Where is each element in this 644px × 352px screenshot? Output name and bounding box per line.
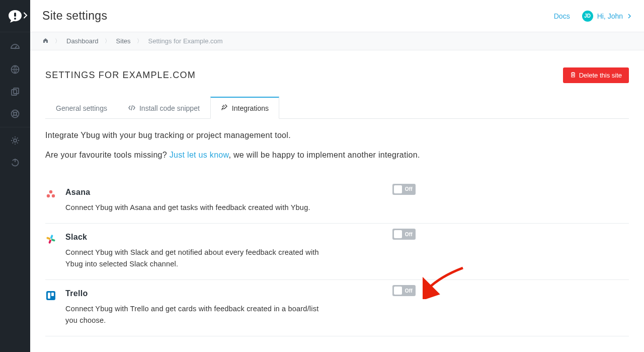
asana-icon <box>45 188 65 213</box>
user-menu[interactable]: JD Hi, John <box>582 11 632 22</box>
svg-rect-21 <box>46 237 51 240</box>
trash-icon <box>570 72 576 79</box>
page-title: Site settings <box>42 9 107 23</box>
sidebar-item-sites[interactable] <box>0 58 30 81</box>
tab-label: Install code snippet <box>139 104 200 112</box>
svg-point-16 <box>49 190 52 193</box>
plug-icon <box>221 104 228 112</box>
svg-point-1 <box>14 18 16 20</box>
logo-bubble-icon <box>8 9 23 23</box>
svg-rect-25 <box>51 293 54 296</box>
integration-desc: Connect Ybug with Slack and get notified… <box>65 247 327 269</box>
tab-label: General settings <box>56 104 107 112</box>
svg-rect-0 <box>14 13 16 17</box>
home-icon[interactable] <box>42 37 49 45</box>
tab-general[interactable]: General settings <box>45 97 118 119</box>
integration-desc: Connect Ybug with Asana and get tasks wi… <box>65 202 327 213</box>
card-title: SETTINGS FOR EXAMPLE.COM <box>45 70 196 81</box>
sidebar <box>0 0 30 352</box>
crumb-dashboard[interactable]: Dashboard <box>66 37 99 45</box>
intro-text-2: Are your favourite tools missing? Just l… <box>45 149 428 162</box>
header: Site settings Docs JD Hi, John <box>30 0 644 32</box>
svg-rect-24 <box>48 293 50 299</box>
integration-row-asana: Asana Connect Ybug with Asana and get ta… <box>45 179 629 224</box>
integration-row-trello: Trello Connect Ybug with Trello and get … <box>45 280 629 336</box>
avatar: JD <box>582 11 593 22</box>
integration-desc: Connect Ybug with Trello and get cards w… <box>65 303 327 326</box>
chevron-right-icon: 〉 <box>55 37 60 45</box>
svg-rect-19 <box>50 235 53 239</box>
crumb-sites[interactable]: Sites <box>116 37 131 45</box>
svg-rect-6 <box>14 88 19 94</box>
expand-sidebar-icon[interactable] <box>22 12 29 20</box>
sidebar-item-settings[interactable] <box>0 127 30 151</box>
toggle-asana[interactable]: Off <box>392 184 416 195</box>
tab-install[interactable]: Install code snippet <box>118 97 210 119</box>
toggle-slack[interactable]: Off <box>392 229 416 240</box>
chevron-right-icon: 〉 <box>137 37 142 45</box>
slack-icon <box>45 233 65 269</box>
user-greeting: Hi, John <box>597 12 623 20</box>
trello-icon <box>45 289 65 326</box>
svg-rect-23 <box>46 291 55 300</box>
crumb-current: Settings for Example.com <box>148 37 223 45</box>
svg-line-10 <box>16 111 18 113</box>
svg-line-9 <box>13 111 14 113</box>
svg-line-12 <box>16 115 18 116</box>
integration-title: Slack <box>65 233 629 242</box>
chevron-right-icon: 〉 <box>105 37 110 45</box>
tab-label: Integrations <box>232 104 269 112</box>
sidebar-item-dashboard[interactable] <box>0 36 30 58</box>
code-icon <box>128 104 135 112</box>
svg-line-11 <box>13 115 14 116</box>
docs-link[interactable]: Docs <box>554 12 570 20</box>
integration-title: Asana <box>65 188 629 197</box>
delete-site-button[interactable]: Delete this site <box>563 67 629 83</box>
integration-row-slack: Slack Connect Ybug with Slack and get no… <box>45 224 629 280</box>
sidebar-item-support[interactable] <box>0 103 30 125</box>
svg-rect-20 <box>48 240 51 244</box>
logo-area <box>0 0 30 32</box>
svg-rect-5 <box>12 90 17 95</box>
sidebar-item-logout[interactable] <box>0 151 30 173</box>
svg-point-8 <box>14 112 17 115</box>
intro-text: Integrate Ybug with your bug tracking or… <box>45 131 629 140</box>
let-us-know-link[interactable]: Just let us know <box>170 151 229 159</box>
sidebar-item-copy[interactable] <box>0 81 30 103</box>
svg-rect-22 <box>51 239 55 242</box>
tab-integrations[interactable]: Integrations <box>210 97 279 119</box>
svg-point-18 <box>52 194 55 197</box>
integration-title: Trello <box>65 289 629 298</box>
tabs: General settings Install code snippet In… <box>45 96 629 119</box>
svg-point-17 <box>47 194 50 197</box>
breadcrumb: 〉 Dashboard 〉 Sites 〉 Settings for Examp… <box>30 32 644 50</box>
chevron-right-icon <box>627 12 632 20</box>
delete-label: Delete this site <box>579 72 622 79</box>
toggle-trello[interactable]: Off <box>392 285 416 296</box>
svg-point-13 <box>14 139 17 142</box>
